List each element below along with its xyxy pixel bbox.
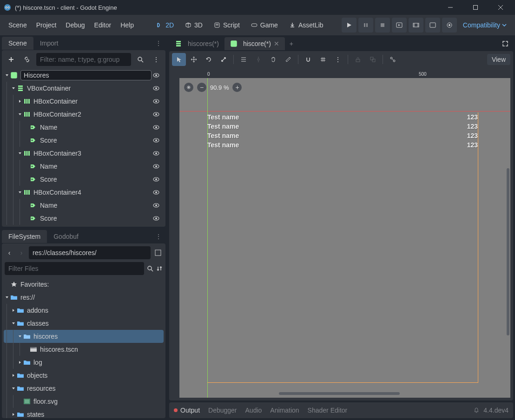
expand-arrow[interactable] — [10, 86, 17, 91]
fs-search-button[interactable] — [147, 265, 153, 272]
score-row[interactable]: Test name123 — [207, 122, 478, 131]
group-selected[interactable] — [366, 53, 380, 66]
select-tool[interactable] — [172, 53, 186, 66]
expand-arrow[interactable] — [4, 73, 10, 78]
expand-arrow[interactable] — [17, 151, 23, 156]
snap-toggle[interactable] — [301, 53, 315, 66]
mode-script[interactable]: Script — [209, 19, 244, 32]
search-button[interactable] — [134, 53, 147, 66]
skeleton-options[interactable] — [386, 53, 400, 66]
vertical-scrollbar[interactable] — [507, 168, 509, 335]
fs-item[interactable]: hiscores.tscn — [4, 343, 164, 356]
fs-sort-button[interactable] — [156, 265, 163, 272]
renderer-dropdown[interactable]: Compatibility — [458, 19, 511, 32]
lock-tool[interactable] — [251, 53, 265, 66]
fs-item[interactable]: resources — [4, 382, 164, 395]
scene-tree-node[interactable]: HBoxContainer — [4, 95, 164, 108]
tab-filesystem[interactable]: FileSystem — [2, 230, 47, 243]
fs-item[interactable]: states — [4, 408, 164, 418]
expand-arrow[interactable] — [17, 99, 23, 104]
bottom-tab-shader[interactable]: Shader Editor — [308, 407, 348, 414]
fs-item[interactable]: classes — [4, 317, 164, 330]
scene-tree-node[interactable]: HBoxContainer3 — [4, 147, 164, 160]
pan-tool[interactable] — [266, 53, 280, 66]
fs-item[interactable]: hiscores — [4, 330, 164, 343]
zoom-out-button[interactable]: − — [197, 83, 206, 92]
fs-item[interactable]: log — [4, 356, 164, 369]
expand-arrow[interactable] — [17, 190, 23, 195]
zoom-reset-button[interactable] — [184, 83, 193, 92]
visibility-toggle[interactable] — [152, 189, 161, 196]
scene-tree-node[interactable]: Score — [4, 212, 164, 225]
visibility-toggle[interactable] — [152, 202, 161, 209]
canvas-area[interactable]: 0 500 Test name123Test name123Test name1… — [172, 71, 510, 398]
menu-project[interactable]: Project — [32, 18, 61, 33]
horizontal-scrollbar[interactable] — [279, 392, 400, 395]
stop-button[interactable] — [375, 18, 390, 33]
visibility-toggle[interactable] — [152, 137, 161, 144]
scene-tree-node[interactable]: Name — [4, 121, 164, 134]
mode-2d[interactable]: 2D — [152, 19, 178, 32]
lock-selected[interactable] — [351, 53, 365, 66]
list-select-tool[interactable] — [237, 53, 251, 66]
add-node-button[interactable] — [5, 53, 18, 66]
tab-scene[interactable]: Scene — [2, 37, 33, 50]
fs-layout-button[interactable] — [153, 246, 163, 259]
fs-forward-button[interactable]: › — [17, 246, 26, 259]
score-row[interactable]: Test name123 — [207, 140, 478, 150]
scene-tree-node[interactable]: HBoxContainer2 — [4, 108, 164, 121]
play-scene-button[interactable] — [392, 18, 407, 33]
scene-tree-node[interactable]: Name — [4, 199, 164, 212]
editor-tab[interactable]: hiscores(*) — [169, 37, 224, 50]
pause-button[interactable] — [358, 18, 373, 33]
scene-content[interactable]: Test name123Test name123Test name123Test… — [207, 112, 478, 383]
fs-tree[interactable]: Favorites:res://addonsclasseshiscoreshis… — [2, 278, 165, 418]
play-button[interactable] — [342, 18, 357, 33]
scene-tree-node[interactable]: Hiscores — [4, 69, 164, 82]
bottom-tab-output[interactable]: Output — [174, 407, 200, 414]
visibility-toggle[interactable] — [152, 111, 161, 118]
fs-favorites[interactable]: Favorites: — [4, 278, 164, 291]
play-custom-button[interactable] — [425, 18, 440, 33]
mode-3d[interactable]: 3D — [180, 19, 207, 32]
zoom-in-button[interactable]: + — [232, 83, 242, 92]
score-row[interactable]: Test name123 — [207, 112, 478, 122]
tab-godobuf[interactable]: Godobuf — [47, 230, 85, 243]
fs-root[interactable]: res:// — [4, 291, 164, 304]
scale-tool[interactable] — [217, 53, 231, 66]
fs-dock-options[interactable]: ⋮ — [152, 231, 165, 242]
scene-tree-node[interactable]: Score — [4, 134, 164, 147]
rotate-tool[interactable] — [202, 53, 216, 66]
fs-filter-input[interactable] — [5, 262, 144, 275]
scene-tree-node[interactable]: VBoxContainer — [4, 82, 164, 95]
fs-item[interactable]: addons — [4, 304, 164, 317]
move-tool[interactable] — [187, 53, 201, 66]
scene-tree-node[interactable]: Score — [4, 173, 164, 186]
scene-tree-node[interactable]: HBoxContainer4 — [4, 186, 164, 199]
visibility-toggle[interactable] — [152, 72, 161, 79]
visibility-toggle[interactable] — [152, 215, 161, 222]
ruler-tool[interactable] — [281, 53, 295, 66]
menu-scene[interactable]: Scene — [4, 18, 32, 33]
view-options-button[interactable]: View — [487, 54, 510, 65]
new-tab-button[interactable]: + — [285, 37, 298, 50]
link-node-button[interactable] — [20, 53, 33, 66]
bottom-tab-debugger[interactable]: Debugger — [208, 407, 237, 414]
visibility-toggle[interactable] — [152, 176, 161, 183]
scene-tree-node[interactable]: Name — [4, 160, 164, 173]
fs-back-button[interactable]: ‹ — [5, 246, 14, 259]
fs-path-input[interactable] — [29, 246, 151, 259]
visibility-toggle[interactable] — [152, 124, 161, 131]
movie-button[interactable] — [409, 18, 423, 33]
visibility-toggle[interactable] — [152, 98, 161, 105]
render-mode-button[interactable] — [442, 18, 457, 33]
score-row[interactable]: Test name123 — [207, 131, 478, 140]
grid-snap-toggle[interactable] — [316, 53, 330, 66]
visibility-toggle[interactable] — [152, 85, 161, 92]
menu-editor[interactable]: Editor — [90, 18, 116, 33]
menu-debug[interactable]: Debug — [61, 18, 89, 33]
dock-options[interactable]: ⋮ — [152, 38, 165, 49]
mode-assetlib[interactable]: AssetLib — [284, 19, 328, 32]
menu-help[interactable]: Help — [116, 18, 139, 33]
maximize-button[interactable] — [465, 0, 486, 15]
